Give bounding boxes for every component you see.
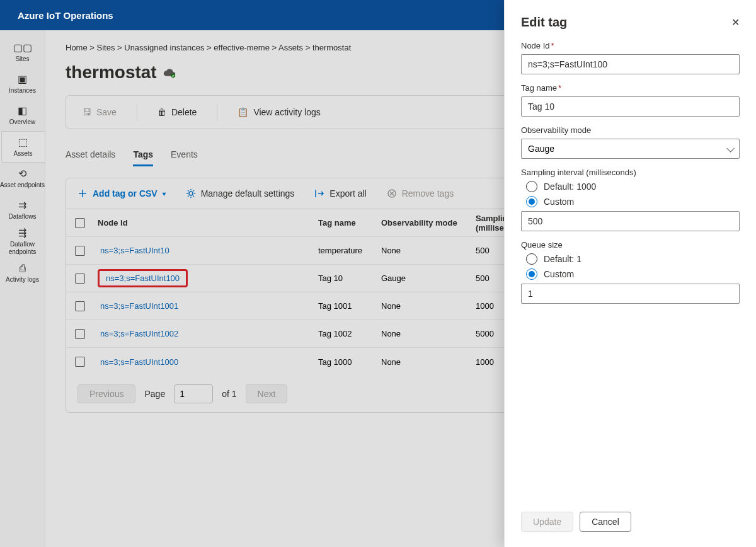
app-title: Azure IoT Operations (18, 10, 113, 21)
modal-overlay[interactable] (0, 30, 504, 547)
edit-tag-panel: Edit tag ✕ Node Id* Tag name* Observabil… (504, 0, 756, 547)
radio-icon (526, 268, 537, 280)
panel-title: Edit tag (521, 15, 567, 30)
radio-icon (526, 181, 537, 192)
cancel-button[interactable]: Cancel (580, 512, 631, 532)
panel-close-button[interactable]: ✕ (731, 16, 740, 28)
queue-value-input[interactable] (521, 284, 740, 304)
sampling-custom-radio[interactable]: Custom (526, 196, 740, 207)
queue-label: Queue size (521, 240, 740, 250)
close-icon: ✕ (731, 17, 740, 28)
queue-custom-radio[interactable]: Custom (526, 268, 740, 280)
update-button: Update (521, 512, 573, 532)
sampling-value-input[interactable] (521, 211, 740, 231)
observability-select[interactable]: Gauge (521, 139, 740, 159)
sampling-label: Sampling interval (milliseconds) (521, 168, 740, 177)
tag-name-label: Tag name* (521, 83, 740, 93)
node-id-label: Node Id* (521, 41, 740, 50)
queue-default-radio[interactable]: Default: 1 (526, 253, 740, 265)
tag-name-input[interactable] (521, 96, 740, 117)
sampling-default-radio[interactable]: Default: 1000 (526, 181, 740, 192)
node-id-input[interactable] (521, 54, 740, 74)
radio-icon (526, 196, 537, 207)
radio-icon (526, 253, 537, 265)
observability-label: Observability mode (521, 125, 740, 135)
